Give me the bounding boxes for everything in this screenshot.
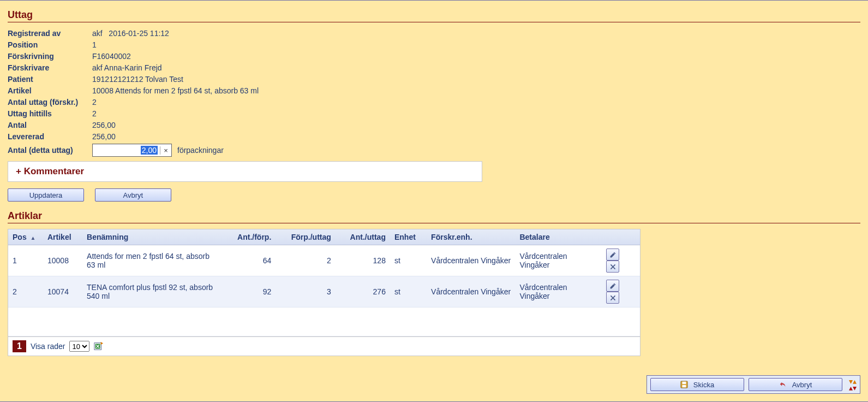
table-blank-row [8, 308, 640, 336]
cell-forp-uttag: 3 [276, 276, 336, 308]
cell-benamning: TENA comfort plus fpstl 92 st, absorb 54… [82, 276, 222, 308]
label-forskrivning: Förskrivning [8, 52, 92, 61]
cell-artikel: 10074 [43, 276, 82, 308]
label-levererad: Levererad [8, 132, 92, 141]
col-ant-uttag[interactable]: Ant./uttag [336, 229, 390, 245]
cell-ant-forp: 92 [222, 276, 276, 308]
skicka-button[interactable]: Skicka [650, 378, 744, 391]
table-row: 2 10074 TENA comfort plus fpstl 92 st, a… [8, 276, 640, 308]
label-position: Position [8, 40, 92, 49]
edit-row-button[interactable] [606, 249, 619, 261]
cell-artikel: 10008 [43, 245, 82, 276]
svg-rect-3 [682, 382, 686, 384]
svg-rect-4 [682, 385, 686, 387]
col-pos-label: Pos [13, 233, 27, 241]
pencil-icon [609, 282, 616, 289]
col-forskr-enh[interactable]: Förskr.enh. [427, 229, 515, 245]
value-uttag-hittills: 2 [92, 109, 97, 118]
kommentarer-panel[interactable]: + Kommentarer [8, 161, 482, 182]
value-registrerad-av-user: akf [92, 29, 103, 38]
page-number-badge[interactable]: 1 [13, 340, 26, 352]
cell-ant-uttag: 276 [336, 276, 390, 308]
col-artikel[interactable]: Artikel [43, 229, 82, 245]
cell-forskr-enh: Vårdcentralen Vingåker [427, 245, 515, 276]
value-forskrivning: F16040002 [92, 52, 131, 61]
cell-forskr-enh: Vårdcentralen Vingåker [427, 276, 515, 308]
col-betalare[interactable]: Betalare [515, 229, 602, 245]
visa-rader-label: Visa rader [31, 342, 65, 351]
col-enhet[interactable]: Enhet [390, 229, 427, 245]
label-registrerad-av: Registrerad av [8, 29, 92, 38]
export-excel-button[interactable] [94, 341, 104, 351]
cell-betalare: Vårdcentralen Vingåker [515, 276, 602, 308]
antal-detta-uttag-unit: förpackningar [177, 146, 224, 155]
label-forskrivare: Förskrivare [8, 63, 92, 72]
excel-icon [94, 341, 104, 351]
label-antal-uttag: Antal uttag (förskr.) [8, 98, 92, 107]
cell-forp-uttag: 2 [276, 245, 336, 276]
avbryt-bottom-label: Avbryt [792, 381, 812, 389]
cell-ant-forp: 64 [222, 245, 276, 276]
close-icon [609, 263, 616, 270]
value-antal-uttag: 2 [92, 98, 97, 107]
label-uttag-hittills: Uttag hittills [8, 109, 92, 118]
section-title-uttag: Uttag [8, 9, 860, 22]
kommentarer-label: + Kommentarer [16, 166, 84, 176]
cell-pos: 2 [8, 276, 43, 308]
col-forp-uttag[interactable]: Förp./uttag [276, 229, 336, 245]
value-antal: 256,00 [92, 121, 116, 129]
undo-icon [779, 381, 787, 388]
clear-input-button[interactable]: × [160, 146, 171, 155]
col-benamning[interactable]: Benämning [82, 229, 222, 245]
skicka-label: Skicka [693, 381, 714, 389]
value-position: 1 [92, 40, 97, 49]
value-patient: 191212121212 Tolvan Test [92, 75, 183, 84]
value-registrerad-av-ts: 2016-01-25 11:12 [109, 29, 169, 38]
section-title-artiklar: Artiklar [8, 210, 860, 223]
delete-row-button[interactable] [606, 261, 619, 273]
value-artikel: 10008 Attends for men 2 fpstl 64 st, abs… [92, 86, 259, 95]
uppdatera-button[interactable]: Uppdatera [8, 188, 84, 202]
artiklar-table: Pos ▲ Artikel Benämning Ant./förp. Förp.… [8, 229, 640, 356]
cell-benamning: Attends for men 2 fpstl 64 st, absorb 63… [82, 245, 222, 276]
expand-icon[interactable]: ▴▾ [849, 385, 857, 391]
col-actions [602, 229, 640, 245]
save-icon [680, 381, 688, 388]
value-forskrivare: akf Anna-Karin Frejd [92, 63, 162, 72]
table-row: 1 10008 Attends for men 2 fpstl 64 st, a… [8, 245, 640, 276]
cell-ant-uttag: 128 [336, 245, 390, 276]
label-antal: Antal [8, 121, 92, 129]
antal-detta-uttag-value: 2,00 [141, 146, 158, 155]
visa-rader-select[interactable]: 10 [69, 341, 89, 352]
sort-asc-icon: ▲ [31, 235, 36, 241]
value-levererad: 256,00 [92, 132, 116, 141]
cell-enhet: st [390, 276, 427, 308]
antal-detta-uttag-input[interactable]: 2,00 × [92, 144, 172, 157]
cell-enhet: st [390, 245, 427, 276]
label-patient: Patient [8, 75, 92, 84]
close-icon [609, 294, 616, 302]
col-ant-forp[interactable]: Ant./förp. [222, 229, 276, 245]
avbryt-button[interactable]: Avbryt [95, 188, 171, 202]
cell-pos: 1 [8, 245, 43, 276]
label-artikel: Artikel [8, 86, 92, 95]
delete-row-button[interactable] [606, 292, 619, 304]
pencil-icon [609, 251, 616, 258]
avbryt-bottom-button[interactable]: Avbryt [749, 378, 842, 391]
edit-row-button[interactable] [606, 280, 619, 292]
bottom-action-bar: Skicka Avbryt ▾▴ ▴▾ [646, 375, 860, 394]
label-antal-detta-uttag: Antal (detta uttag) [8, 146, 92, 155]
col-pos[interactable]: Pos ▲ [8, 229, 43, 245]
cell-betalare: Vårdcentralen Vingåker [515, 245, 602, 276]
